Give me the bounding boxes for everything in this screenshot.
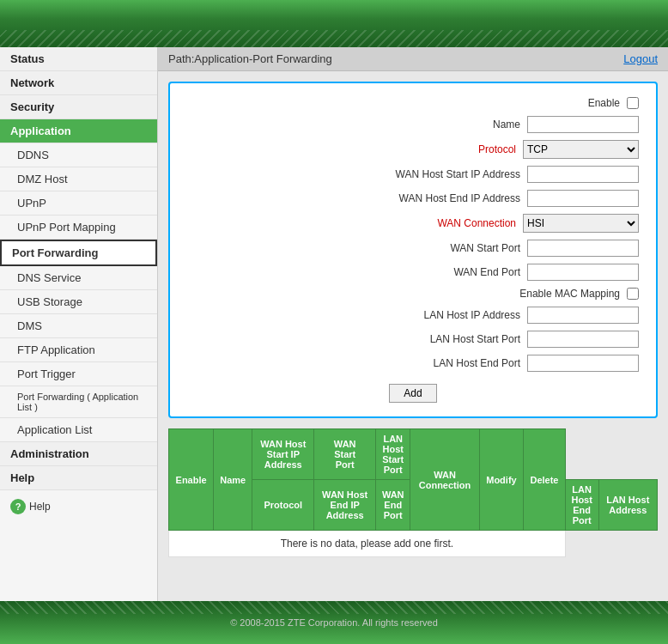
wan-host-start-row: WAN Host Start IP Address — [187, 166, 639, 183]
path-bar: Path:Application-Port Forwarding Logout — [158, 47, 668, 71]
enable-row: Enable — [187, 97, 639, 109]
lan-host-end-port-input[interactable] — [527, 355, 639, 372]
th-modify: Modify — [479, 429, 523, 531]
sidebar-item-administration[interactable]: Administration — [0, 442, 157, 466]
no-data-message: There is no data, please add one first. — [169, 531, 566, 557]
wan-host-end-input[interactable] — [527, 190, 639, 207]
help-icon: ? — [10, 499, 26, 514]
data-table: Enable Name WAN HostStart IPAddress WANS… — [168, 428, 658, 557]
lan-host-start-port-input[interactable] — [527, 331, 639, 348]
main-content: Path:Application-Port Forwarding Logout … — [158, 47, 668, 601]
sidebar-item-help-section[interactable]: Help — [0, 466, 157, 490]
protocol-row: Protocol TCP UDP TCP/UDP — [187, 140, 639, 159]
enable-mac-label: Enable MAC Mapping — [455, 288, 627, 300]
wan-host-end-row: WAN Host End IP Address — [187, 190, 639, 207]
sidebar-item-status[interactable]: Status — [0, 47, 157, 71]
no-data-row: There is no data, please add one first. — [169, 531, 658, 557]
th-wan-host-start: WAN HostStart IPAddress — [252, 429, 314, 480]
sidebar-item-port-forwarding-list[interactable]: Port Forwarding ( Application List ) — [0, 386, 157, 418]
copyright: © 2008-2015 ZTE Corporation. All rights … — [230, 617, 438, 628]
lan-host-ip-input[interactable] — [527, 307, 639, 324]
lan-host-end-port-label: LAN Host End Port — [355, 357, 527, 369]
wan-connection-row: WAN Connection HSI — [187, 214, 639, 233]
enable-mac-checkbox[interactable] — [627, 288, 639, 300]
sidebar-item-dmz-host[interactable]: DMZ Host — [0, 167, 157, 191]
name-row: Name — [187, 116, 639, 133]
th-wan-host-end: WAN HostEnd IPAddress — [314, 480, 376, 531]
enable-mac-row: Enable MAC Mapping — [187, 288, 639, 300]
sidebar-item-application[interactable]: Application — [0, 119, 157, 143]
sidebar-item-usb-storage[interactable]: USB Storage — [0, 290, 157, 314]
th-lan-host-end-port: LANHostEndPort — [565, 480, 598, 531]
lan-host-start-port-label: LAN Host Start Port — [355, 333, 527, 345]
enable-label: Enable — [455, 97, 627, 109]
sidebar-item-network[interactable]: Network — [0, 71, 157, 95]
wan-host-end-label: WAN Host End IP Address — [355, 192, 527, 204]
enable-checkbox[interactable] — [627, 97, 639, 109]
sidebar-item-application-list[interactable]: Application List — [0, 418, 157, 442]
th-wan-end-port: WANEndPort — [376, 480, 410, 531]
lan-host-ip-row: LAN Host IP Address — [187, 307, 639, 324]
data-table-wrapper: Enable Name WAN HostStart IPAddress WANS… — [168, 428, 658, 557]
wan-end-port-row: WAN End Port — [187, 264, 639, 281]
wan-start-port-label: WAN Start Port — [355, 242, 527, 254]
th-protocol: Protocol — [252, 480, 314, 531]
wan-host-start-input[interactable] — [527, 166, 639, 183]
sidebar-item-port-trigger[interactable]: Port Trigger — [0, 362, 157, 386]
th-lan-host-address: LAN HostAddress — [598, 480, 657, 531]
sidebar-item-security[interactable]: Security — [0, 95, 157, 119]
add-button-row: Add — [187, 379, 639, 403]
sidebar-item-ftp-application[interactable]: FTP Application — [0, 338, 157, 362]
form-card: Enable Name Protocol TCP UDP TCP/UDP — [168, 82, 658, 418]
th-name: Name — [214, 429, 252, 531]
logout-link[interactable]: Logout — [623, 52, 658, 65]
wan-connection-select[interactable]: HSI — [523, 214, 639, 233]
sidebar-item-ddns[interactable]: DDNS — [0, 143, 157, 167]
lan-host-start-port-row: LAN Host Start Port — [187, 331, 639, 348]
wan-start-port-row: WAN Start Port — [187, 240, 639, 257]
protocol-label: Protocol — [351, 143, 523, 155]
wan-host-start-label: WAN Host Start IP Address — [355, 168, 527, 180]
add-button[interactable]: Add — [389, 384, 436, 403]
path-text: Path:Application-Port Forwarding — [168, 52, 332, 65]
bottom-bar: © 2008-2015 ZTE Corporation. All rights … — [0, 601, 668, 644]
th-wan-connection: WANConnection — [410, 429, 479, 531]
th-lan-host-start-port: LANHostStartPort — [376, 429, 410, 480]
top-banner — [0, 0, 668, 47]
lan-host-end-port-row: LAN Host End Port — [187, 355, 639, 372]
sidebar-item-dns-service[interactable]: DNS Service — [0, 266, 157, 290]
sidebar: Status Network Security Application DDNS… — [0, 47, 158, 601]
sidebar-item-upnp-port-mapping[interactable]: UPnP Port Mapping — [0, 216, 157, 240]
wan-connection-label: WAN Connection — [351, 217, 523, 229]
protocol-select[interactable]: TCP UDP TCP/UDP — [523, 140, 639, 159]
name-input[interactable] — [527, 116, 639, 133]
sidebar-item-port-forwarding[interactable]: Port Forwarding — [0, 240, 157, 266]
lan-host-ip-label: LAN Host IP Address — [355, 309, 527, 321]
th-delete: Delete — [524, 429, 566, 531]
wan-start-port-input[interactable] — [527, 240, 639, 257]
th-enable: Enable — [169, 429, 214, 531]
th-wan-start-port: WANStartPort — [314, 429, 376, 480]
sidebar-help[interactable]: ? Help — [0, 490, 157, 523]
sidebar-item-upnp[interactable]: UPnP — [0, 191, 157, 216]
sidebar-item-dms[interactable]: DMS — [0, 314, 157, 338]
wan-end-port-label: WAN End Port — [355, 266, 527, 278]
wan-end-port-input[interactable] — [527, 264, 639, 281]
name-label: Name — [355, 118, 527, 131]
